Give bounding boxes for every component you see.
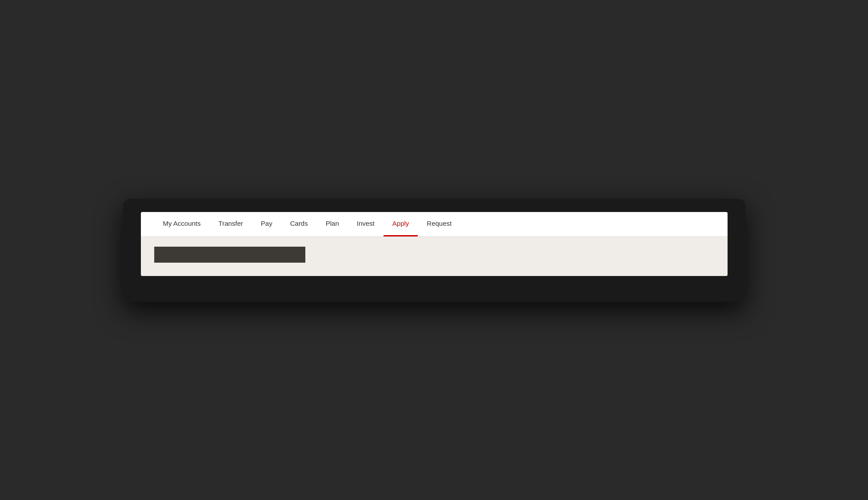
nav-item-invest[interactable]: Invest <box>348 212 384 237</box>
main-content <box>141 237 728 276</box>
nav-item-request[interactable]: Request <box>418 212 460 237</box>
laptop-notch <box>408 276 461 280</box>
nav-item-pay[interactable]: Pay <box>252 212 281 237</box>
laptop-frame: My AccountsTransferPayCardsPlanInvestApp… <box>123 199 745 302</box>
nav-item-plan[interactable]: Plan <box>317 212 348 237</box>
insurance-header <box>154 247 305 263</box>
screen: My AccountsTransferPayCardsPlanInvestApp… <box>141 212 728 276</box>
nav-item-my-accounts[interactable]: My Accounts <box>154 212 210 237</box>
nav-item-cards[interactable]: Cards <box>281 212 317 237</box>
nav-item-transfer[interactable]: Transfer <box>210 212 252 237</box>
bottom-section <box>154 247 714 263</box>
nav-item-apply[interactable]: Apply <box>384 212 418 237</box>
nav-bar: My AccountsTransferPayCardsPlanInvestApp… <box>141 212 728 237</box>
